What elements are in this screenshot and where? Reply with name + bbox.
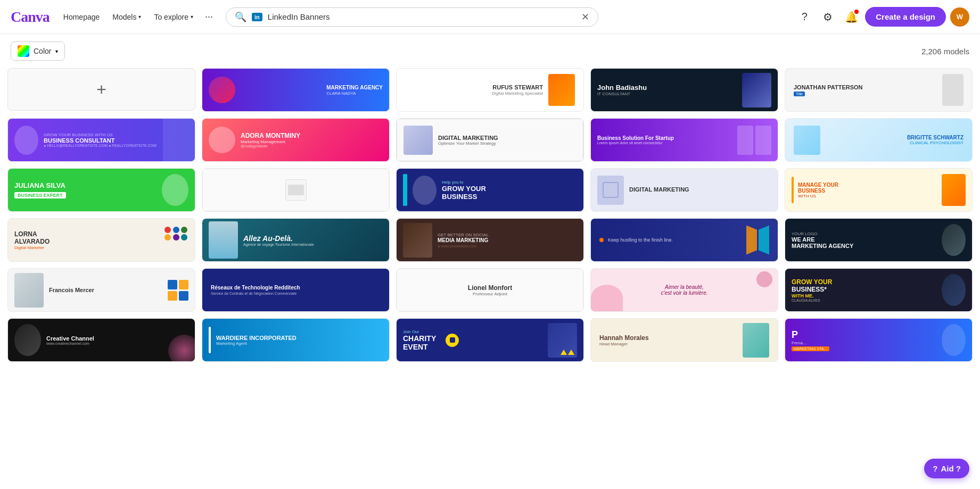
create-design-button[interactable]: Create a design [865,7,946,27]
template-card[interactable]: BRIGITTE SCHWARTZ CLINICAL PSYCHOLOGIST [785,118,973,162]
banner-title: RUFUS STEWART [492,84,543,91]
models-chevron-icon: ▾ [138,14,141,20]
nav-more-icon[interactable]: ··· [201,8,217,26]
template-card[interactable]: MANAGE YOUR BUSINESS WITH US [785,168,973,212]
template-card[interactable]: Help you to GROW YOUR BUSINESS [396,168,584,212]
color-swatch-icon [18,45,29,57]
models-count: 2,206 models [921,47,969,56]
logo[interactable]: Canva [11,9,50,26]
template-card[interactable]: WARDIERE INCORPORATED Marketing Agent [202,318,390,362]
template-card[interactable]: Aimer la beauté, c'est voir la lumière. [590,268,778,312]
notifications-button[interactable]: 🔔 [842,7,861,27]
banner-title: MARKETING AGENCY [326,85,383,91]
avatar[interactable]: W [950,7,969,27]
help-button[interactable]: ? [795,7,814,27]
template-grid-container: + MARKETING AGENCY CLARA NADYA RUFUS STE… [0,68,980,372]
template-card[interactable]: Lionel Monfort Professeur Adjoint [396,268,584,312]
template-card[interactable]: Join Our CHARITY EVENT [396,318,584,362]
add-icon: + [96,80,106,100]
color-label: Color [34,47,51,55]
template-card[interactable]: GET BETTER ON SOCIAL MEDIA MARKETING ● w… [396,218,584,262]
color-filter[interactable]: Color ▾ [11,42,65,61]
banner-subtitle: Digital Marketing Specialist [492,91,543,96]
notification-dot [854,10,859,14]
template-card[interactable]: YOUR LOGO WE ARE MARKETING AGENCY [785,218,973,262]
search-bar: 🔍 in ✕ [226,7,598,27]
template-card[interactable] [202,168,390,212]
template-card[interactable]: RUFUS STEWART Digital Marketing Speciali… [396,68,584,112]
template-card[interactable]: DIGITAL MARKETING [590,168,778,212]
template-card[interactable]: Allez Au-Delà. Agence de voyage Tourisme… [202,218,390,262]
nav-explore[interactable]: To explore ▾ [149,10,199,24]
template-card[interactable]: LORNA ALVARADO Digital Marketer [7,218,195,262]
template-card[interactable]: GROW YOUR BUSINESS* WITH ME. CLAUDIA ALV… [785,268,973,312]
template-card[interactable]: GROW YOUR BUSINESS WITH US BUSINESS CONS… [7,118,195,162]
template-card[interactable]: Francois Mercer [7,268,195,312]
banner-text: MARKETING AGENCY CLARA NADYA [326,85,383,96]
header-actions: ? ⚙ 🔔 Create a design W [795,7,969,27]
color-chevron-icon: ▾ [55,48,58,54]
template-card[interactable]: ADORA MONTMINY Marketing Management @rea… [202,118,390,162]
linkedin-badge: in [252,13,262,21]
add-blank-card[interactable]: + [7,68,195,111]
settings-button[interactable]: ⚙ [818,7,837,27]
header: Canva Homepage Models ▾ To explore ▾ ···… [0,0,980,34]
search-icon: 🔍 [235,11,246,23]
template-card[interactable]: Business Solution For Startup Lorem ipsu… [590,118,778,162]
toolbar: Color ▾ 2,206 models [0,34,980,68]
nav-homepage[interactable]: Homepage [58,10,105,24]
search-clear-icon[interactable]: ✕ [581,11,589,23]
template-card[interactable]: JULIANA SILVA BUSINESS EXPERT [7,168,195,212]
nav: Homepage Models ▾ To explore ▾ ··· [58,8,217,26]
template-card[interactable]: MARKETING AGENCY CLARA NADYA [202,68,390,112]
search-input[interactable] [268,12,576,21]
template-card[interactable]: DIGITAL MARKETING Optimize Your Market S… [396,118,584,162]
template-card[interactable]: P Ferna... MARKETING STA... [785,318,973,362]
template-card[interactable]: John Badiashu IT CONSULTANT [590,68,778,112]
template-card[interactable]: Réseaux de Technologie Redditech Service… [202,268,390,312]
template-card[interactable]: Keep hustling to the finish line. [590,218,778,262]
template-card[interactable]: JONATHAN PATTERSON Title [785,68,973,112]
avatar-initials: W [957,13,963,21]
nav-models[interactable]: Models ▾ [107,10,146,24]
template-card[interactable]: Creative Channel www.creativechannel.com [7,318,195,362]
explore-chevron-icon: ▾ [191,14,193,20]
template-card[interactable]: Hannah Morales Head Manager [590,318,778,362]
banner-subtitle: CLARA NADYA [326,91,383,96]
banner-text: RUFUS STEWART Digital Marketing Speciali… [492,84,543,96]
template-grid: + MARKETING AGENCY CLARA NADYA RUFUS STE… [7,68,973,362]
